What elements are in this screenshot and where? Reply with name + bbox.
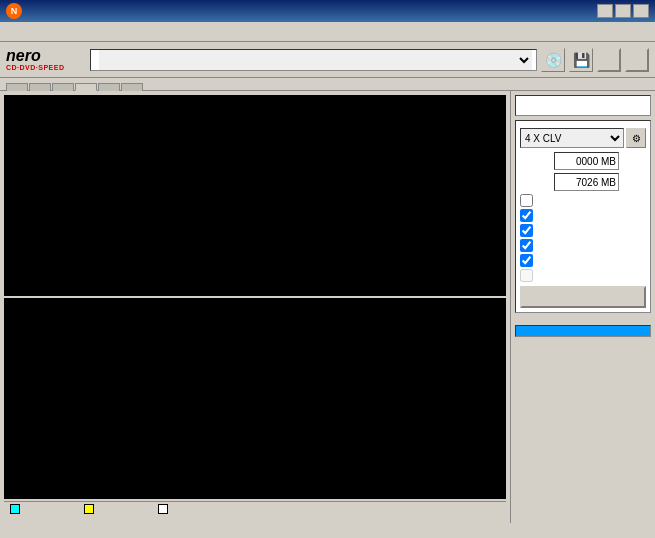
show-read-speed-checkbox[interactable]: [520, 254, 533, 267]
nero-brand: nero: [6, 48, 86, 64]
pi-failures-color-box: [84, 504, 94, 514]
jitter-color-box: [158, 504, 168, 514]
main-content: 4 X CLV Maximum 1 X CLV 2 X CLV 8 X CLV …: [0, 91, 655, 523]
show-c2-pif-checkbox[interactable]: [520, 224, 533, 237]
menu-run-test[interactable]: [20, 30, 28, 34]
show-jitter-checkbox[interactable]: [520, 239, 533, 252]
disc-icon-button[interactable]: 💿: [541, 48, 565, 72]
menu-extra[interactable]: [36, 30, 44, 34]
quick-scan-checkbox[interactable]: [520, 194, 533, 207]
quality-score-row: [515, 317, 651, 321]
minimize-button[interactable]: [597, 4, 613, 18]
settings-config-button[interactable]: ⚙: [626, 128, 646, 148]
nero-logo: nero CD·DVD·SPEED: [6, 46, 86, 74]
advanced-button[interactable]: [520, 286, 646, 308]
toolbar: nero CD·DVD·SPEED 💿 💾: [0, 42, 655, 78]
app-icon: N: [6, 3, 22, 19]
start-button[interactable]: [597, 48, 621, 72]
tab-benchmark[interactable]: [6, 83, 28, 91]
chart1-canvas: [4, 95, 506, 296]
speed-select[interactable]: 4 X CLV Maximum 1 X CLV 2 X CLV 8 X CLV: [520, 128, 624, 148]
tab-create-disc[interactable]: [29, 83, 51, 91]
pi-errors-color-box: [10, 504, 20, 514]
menu-help[interactable]: [52, 30, 60, 34]
drive-dropdown[interactable]: [99, 50, 532, 70]
chart2-canvas: [4, 298, 506, 499]
jitter-stats: [158, 504, 212, 517]
close-button[interactable]: [633, 4, 649, 18]
menubar: [0, 22, 655, 42]
right-panel: 4 X CLV Maximum 1 X CLV 2 X CLV 8 X CLV …: [510, 91, 655, 523]
pi-errors-stats: [10, 504, 64, 517]
charts-area: [0, 91, 510, 523]
save-icon-button[interactable]: 💾: [569, 48, 593, 72]
title-bar: N: [0, 0, 655, 22]
end-mb-input[interactable]: [554, 173, 619, 191]
start-mb-input[interactable]: [554, 152, 619, 170]
disc-info-box: [515, 95, 651, 116]
drive-selector[interactable]: [90, 49, 537, 71]
progress-bar-fill: [516, 326, 650, 336]
menu-file[interactable]: [4, 30, 12, 34]
chart-top: [4, 95, 506, 296]
progress-bar-container: [515, 325, 651, 337]
settings-box: 4 X CLV Maximum 1 X CLV 2 X CLV 8 X CLV …: [515, 120, 651, 313]
show-write-speed-checkbox[interactable]: [520, 269, 533, 282]
maximize-button[interactable]: [615, 4, 631, 18]
tab-disc-quality[interactable]: [75, 83, 97, 91]
tab-scandisc[interactable]: [121, 83, 143, 91]
tab-disc-info[interactable]: [52, 83, 74, 91]
nero-subtitle: CD·DVD·SPEED: [6, 64, 86, 71]
stats-bar: [4, 501, 506, 519]
chart-bottom: [4, 298, 506, 499]
pi-failures-stats: [84, 504, 138, 517]
show-c1-pie-checkbox[interactable]: [520, 209, 533, 222]
tab-bar: [0, 78, 655, 91]
tab-advanced-disc-quality[interactable]: [98, 83, 120, 91]
progress-section: [515, 325, 651, 342]
eject-button[interactable]: [625, 48, 649, 72]
